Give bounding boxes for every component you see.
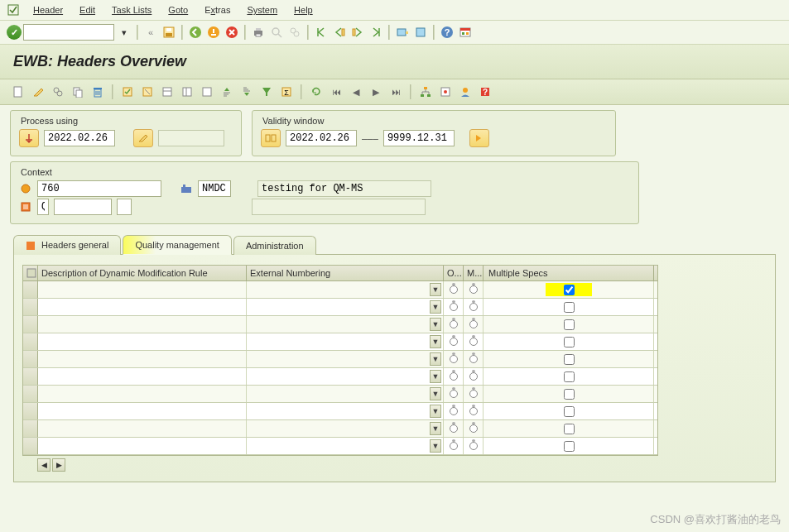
cell-description[interactable]	[38, 351, 247, 367]
validity-button[interactable]	[261, 129, 281, 147]
row-selector[interactable]	[23, 420, 38, 437]
cell-o[interactable]	[444, 299, 464, 315]
multiple-specs-checkbox[interactable]	[564, 337, 575, 347]
menu-task-lists[interactable]: Task Lists	[103, 2, 160, 17]
ext-dropdown[interactable]: ▼	[430, 439, 441, 453]
cell-description[interactable]	[38, 438, 247, 454]
multiple-specs-checkbox[interactable]	[564, 285, 575, 295]
tab-headers-general[interactable]: Headers general	[13, 235, 121, 255]
new-session-icon[interactable]	[394, 24, 411, 41]
layout-icon[interactable]	[457, 24, 474, 41]
cell-external-numbering[interactable]: ▼	[247, 281, 444, 298]
cell-o[interactable]	[444, 368, 464, 385]
nav-last-icon[interactable]: ⏭	[387, 84, 404, 100]
row-selector[interactable]	[23, 438, 38, 454]
cell-external-numbering[interactable]: ▼	[247, 299, 444, 315]
tb-icon-1[interactable]	[159, 84, 176, 100]
cell-o[interactable]	[444, 386, 464, 402]
row-selector[interactable]	[23, 299, 38, 315]
group-input[interactable]	[54, 199, 112, 215]
change-icon[interactable]	[30, 84, 46, 100]
cell-description[interactable]	[38, 368, 247, 385]
total-icon[interactable]: Σ	[278, 84, 295, 100]
user-icon[interactable]	[457, 84, 474, 100]
cell-m[interactable]	[464, 420, 484, 437]
ext-dropdown[interactable]: ▼	[430, 370, 441, 383]
row-selector[interactable]	[23, 368, 38, 385]
cell-o[interactable]	[444, 420, 464, 437]
menu-extras[interactable]: Extras	[196, 2, 238, 17]
ext-dropdown[interactable]: ▼	[430, 352, 441, 366]
row-selector[interactable]	[23, 316, 38, 333]
print-icon[interactable]	[250, 24, 267, 41]
cell-o[interactable]	[444, 438, 464, 454]
menu-goto[interactable]: Goto	[160, 2, 196, 17]
command-field[interactable]	[23, 24, 114, 41]
sort-asc-icon[interactable]	[219, 84, 235, 100]
cell-external-numbering[interactable]: ▼	[247, 438, 444, 454]
cell-description[interactable]	[38, 316, 247, 333]
menu-system[interactable]: System	[238, 2, 286, 17]
col-selector[interactable]	[23, 266, 38, 280]
cell-external-numbering[interactable]: ▼	[247, 333, 444, 350]
cell-description[interactable]	[38, 403, 247, 419]
nav-prev-icon[interactable]: ◀	[348, 84, 364, 100]
cell-external-numbering[interactable]: ▼	[247, 420, 444, 437]
cell-m[interactable]	[464, 403, 484, 419]
cell-m[interactable]	[464, 333, 484, 350]
first-page-icon[interactable]	[313, 24, 330, 41]
tasklist-type-input[interactable]	[37, 199, 49, 215]
ext-dropdown[interactable]: ▼	[430, 387, 441, 400]
cell-m[interactable]	[464, 316, 484, 333]
multiple-specs-checkbox[interactable]	[564, 371, 575, 382]
cell-description[interactable]	[38, 281, 247, 298]
cell-m[interactable]	[464, 368, 484, 385]
refresh-icon[interactable]	[308, 84, 325, 100]
nav-first-icon[interactable]: ⏮	[328, 84, 344, 100]
cell-description[interactable]	[38, 299, 247, 315]
create-icon[interactable]	[10, 84, 26, 100]
help-red-icon[interactable]: ?	[477, 84, 493, 100]
counter-input[interactable]	[117, 199, 132, 215]
plant-input[interactable]	[198, 180, 231, 197]
cell-external-numbering[interactable]: ▼	[247, 351, 444, 367]
back-icon[interactable]	[187, 24, 204, 41]
tab-quality-management[interactable]: Quality management	[123, 235, 232, 255]
where-used-icon[interactable]	[437, 84, 454, 100]
next-page-icon[interactable]	[349, 24, 366, 41]
material-input[interactable]	[37, 180, 161, 197]
tb-icon-2[interactable]	[179, 84, 195, 100]
row-selector[interactable]	[23, 403, 38, 419]
display-icon[interactable]	[50, 84, 66, 100]
valid-from-input[interactable]	[286, 130, 357, 146]
filter-icon[interactable]	[258, 84, 275, 100]
cell-external-numbering[interactable]: ▼	[247, 386, 444, 402]
change-number-button[interactable]	[133, 129, 153, 147]
exit-icon[interactable]	[205, 24, 222, 41]
command-dropdown[interactable]: ▾	[116, 24, 132, 41]
key-date-input[interactable]	[44, 130, 115, 146]
cell-external-numbering[interactable]: ▼	[247, 403, 444, 419]
multiple-specs-checkbox[interactable]	[564, 389, 575, 400]
menu-help[interactable]: Help	[286, 2, 321, 17]
back-button[interactable]: «	[142, 24, 159, 41]
cell-description[interactable]	[38, 420, 247, 437]
cell-m[interactable]	[464, 281, 484, 298]
select-all-icon[interactable]	[119, 84, 136, 100]
cell-external-numbering[interactable]: ▼	[247, 368, 444, 385]
tb-icon-3[interactable]	[199, 84, 215, 100]
col-o[interactable]: O...	[444, 266, 464, 280]
save-button[interactable]	[161, 24, 177, 41]
multiple-specs-checkbox[interactable]	[564, 424, 575, 434]
cell-o[interactable]	[444, 351, 464, 367]
ext-dropdown[interactable]: ▼	[430, 283, 441, 296]
copy-icon[interactable]	[70, 84, 86, 100]
col-description[interactable]: Description of Dynamic Modification Rule	[38, 266, 247, 280]
menu-edit[interactable]: Edit	[71, 2, 103, 17]
cell-o[interactable]	[444, 316, 464, 333]
scroll-right[interactable]: ▶	[52, 458, 65, 472]
prev-page-icon[interactable]	[331, 24, 348, 41]
deselect-icon[interactable]	[139, 84, 156, 100]
scroll-left[interactable]: ◀	[37, 458, 51, 472]
sort-desc-icon[interactable]	[238, 84, 255, 100]
